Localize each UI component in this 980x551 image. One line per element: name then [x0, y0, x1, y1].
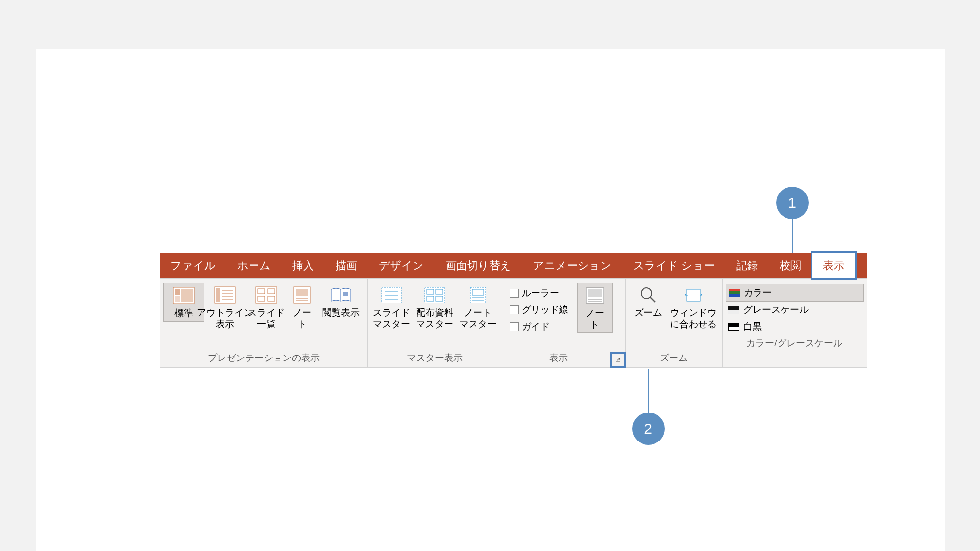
svg-line-39	[650, 297, 655, 302]
svg-rect-3	[181, 289, 193, 302]
tab-insert[interactable]: 挿入	[281, 253, 325, 278]
grayscale-mode-button[interactable]: グレースケール	[726, 302, 864, 318]
group-label-master-views: マスター表示	[371, 350, 499, 367]
notes-master-icon	[465, 285, 491, 305]
group-presentation-views: 標準 アウトライン 表示 スライド 一覧	[160, 279, 368, 367]
handout-master-icon	[422, 285, 448, 305]
group-label-show: 表示	[505, 350, 613, 367]
svg-rect-1	[175, 289, 180, 295]
svg-rect-5	[216, 288, 220, 302]
ribbon-tabs: ファイル ホーム 挿入 描画 デザイン 画面切り替え アニメーション スライド …	[160, 253, 867, 278]
reading-view-button[interactable]: 閲覧表示	[317, 283, 364, 321]
svg-point-38	[641, 288, 652, 299]
callout-2-connector	[648, 369, 649, 413]
tab-review[interactable]: 校閲	[769, 253, 812, 278]
ribbon-body: 標準 アウトライン 表示 スライド 一覧	[160, 278, 867, 368]
tab-record[interactable]: 記録	[726, 253, 769, 278]
notes-page-button[interactable]: ノー ト	[287, 283, 317, 332]
slide-sorter-icon	[253, 285, 279, 305]
notes-page-icon	[289, 285, 315, 305]
tab-transitions[interactable]: 画面切り替え	[435, 253, 522, 278]
color-mode-button[interactable]: カラー	[726, 284, 864, 302]
gridlines-checkbox[interactable]: グリッド線	[507, 302, 571, 318]
group-color-grayscale: カラー グレースケール 白黒 カラー/グレースケール	[723, 279, 867, 367]
zoom-icon	[636, 285, 661, 305]
group-zoom: ズーム ウィンドウ に合わせる ズーム	[626, 279, 723, 367]
tab-developer[interactable]: 開発	[855, 253, 898, 278]
grayscale-swatch-icon	[728, 306, 739, 314]
callout-1-connector	[792, 219, 793, 253]
callout-1: 1	[776, 187, 809, 219]
svg-rect-20	[343, 292, 348, 296]
slide-master-icon	[379, 285, 404, 305]
svg-rect-35	[588, 289, 602, 297]
bw-swatch-icon	[728, 323, 739, 331]
handout-master-button[interactable]: 配布資料 マスター	[412, 283, 457, 332]
color-swatch-icon	[729, 289, 740, 297]
callout-2: 2	[632, 413, 665, 445]
tab-home[interactable]: ホーム	[226, 253, 281, 278]
notes-toggle-icon	[582, 285, 608, 306]
tab-view[interactable]: 表示	[812, 253, 855, 278]
notes-toggle-button[interactable]: ノー ト	[577, 283, 613, 333]
group-show: ルーラー グリッド線 ガイド ノー ト	[502, 279, 626, 367]
notes-master-button[interactable]: ノート マスター	[457, 283, 499, 332]
ruler-checkbox[interactable]: ルーラー	[507, 285, 571, 302]
bw-mode-button[interactable]: 白黒	[726, 318, 864, 335]
tab-draw[interactable]: 描画	[325, 253, 368, 278]
svg-rect-16	[296, 289, 308, 296]
tab-design[interactable]: デザイン	[368, 253, 435, 278]
tab-slideshow[interactable]: スライド ショー	[622, 253, 726, 278]
outline-view-button[interactable]: アウトライン 表示	[204, 283, 246, 332]
svg-rect-25	[425, 287, 445, 303]
group-master-views: スライド マスター 配布資料 マスター ノート マスター	[368, 279, 502, 367]
outline-view-icon	[212, 285, 238, 305]
reading-view-icon	[328, 285, 354, 305]
fit-to-window-icon	[681, 285, 706, 305]
page-canvas: 1 2 ファイル ホーム 挿入 描画 デザイン 画面切り替え アニメーション ス…	[36, 49, 945, 551]
group-label-zoom: ズーム	[629, 350, 719, 367]
tab-animations[interactable]: アニメーション	[522, 253, 622, 278]
show-group-launcher[interactable]	[613, 355, 623, 365]
group-label-presentation-views: プレゼンテーションの表示	[163, 350, 364, 367]
svg-rect-2	[175, 296, 180, 302]
slide-sorter-button[interactable]: スライド 一覧	[246, 283, 287, 332]
ribbon-container: ファイル ホーム 挿入 描画 デザイン 画面切り替え アニメーション スライド …	[160, 253, 867, 368]
group-label-color-grayscale: カラー/グレースケール	[726, 335, 864, 353]
guides-checkbox[interactable]: ガイド	[507, 318, 571, 335]
tab-file[interactable]: ファイル	[160, 253, 226, 278]
normal-view-icon	[171, 285, 196, 306]
zoom-button[interactable]: ズーム	[629, 283, 668, 321]
slide-master-button[interactable]: スライド マスター	[371, 283, 412, 332]
fit-to-window-button[interactable]: ウィンドウ に合わせる	[668, 283, 719, 332]
svg-rect-40	[687, 289, 700, 301]
